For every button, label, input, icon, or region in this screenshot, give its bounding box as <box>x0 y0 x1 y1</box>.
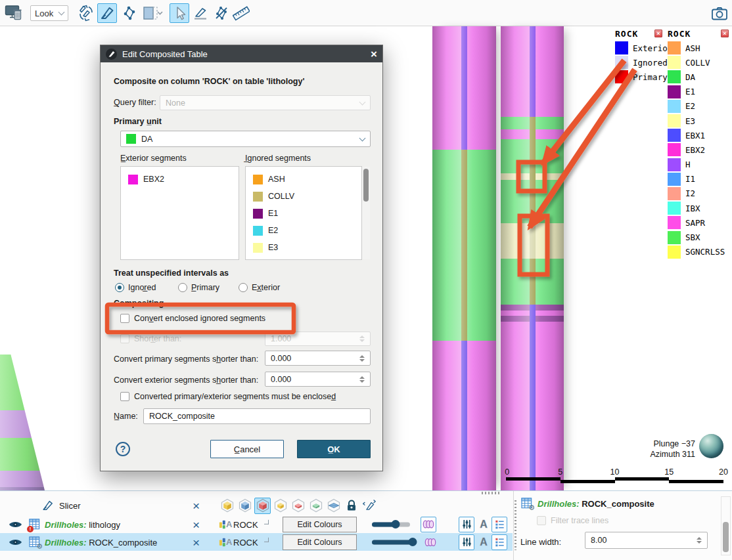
lock-slicer-icon[interactable] <box>343 498 359 514</box>
list-item[interactable]: E1 <box>246 205 361 222</box>
chevron-down-icon[interactable] <box>264 537 269 542</box>
look-dropdown[interactable]: Look <box>30 5 68 21</box>
remove-slicer-icon[interactable]: × <box>193 499 200 511</box>
legend-close-icon[interactable]: × <box>721 30 729 37</box>
ruler-tool[interactable] <box>231 3 251 23</box>
opacity-slider[interactable] <box>372 522 410 527</box>
slicer-tool[interactable] <box>97 3 117 23</box>
unit-swatch <box>128 175 138 184</box>
dialog-titlebar[interactable]: Edit Composited Table × <box>101 45 382 62</box>
move-slicer-icon[interactable] <box>361 498 377 514</box>
filter-trace-lines-checkbox: Filter trace lines <box>537 516 608 525</box>
convert-exterior-spinner[interactable]: 0.000 <box>265 372 371 387</box>
clear-scene-icon[interactable] <box>4 4 24 22</box>
radio-exterior-label: Ex̲terior <box>252 283 280 292</box>
radio-ignored[interactable]: Ignor̲ed <box>115 283 156 292</box>
drillhole-left[interactable] <box>432 26 496 490</box>
list-item[interactable]: COLLV <box>246 188 361 205</box>
panel-splitter-handle[interactable] <box>515 500 516 550</box>
select-tool[interactable] <box>170 3 189 23</box>
legend-items: ASH COLLV DA E1 <box>668 41 729 259</box>
slice-box-tool[interactable] <box>139 3 167 23</box>
interval-style-button[interactable] <box>423 537 438 547</box>
drillhole-cone[interactable] <box>0 355 45 490</box>
convert-enclosed-checkbox[interactable]: Conv̲ert enclosed ignored segments <box>120 314 265 323</box>
legend-label: SBX <box>685 232 700 242</box>
help-icon[interactable]: ? <box>116 442 130 456</box>
slice-mode-5-button[interactable] <box>290 498 306 514</box>
list-scrollbar[interactable] <box>362 167 370 259</box>
shape-row-slicer[interactable]: Slicer × <box>0 496 513 514</box>
list-item[interactable]: E2 <box>246 222 361 239</box>
shape-row-rock-composite[interactable]: ⚙ Drillholes: ROCK_composite × A ROCK Ed… <box>0 533 513 551</box>
radio-exterior[interactable]: Ex̲terior <box>239 283 280 292</box>
orientation-readout: Plunge −37 Azimuth 311 <box>611 439 695 460</box>
shorter-than-label: Short̲er than: <box>134 334 181 343</box>
visibility-eye-icon[interactable] <box>9 520 22 529</box>
properties-scrollbar[interactable] <box>721 496 731 555</box>
radio-primary[interactable]: P̲rimary <box>178 283 219 292</box>
draw-polyline-tool[interactable] <box>120 3 139 23</box>
compass-sphere[interactable] <box>699 434 723 458</box>
slider-knob[interactable] <box>391 520 400 528</box>
name-input[interactable]: ROCK_composite <box>143 408 371 424</box>
cancel-button[interactable]: C̲ancel <box>210 440 284 458</box>
slider-knob[interactable] <box>409 538 417 546</box>
legend-close-icon[interactable]: × <box>654 30 662 37</box>
convert-primary-label: Convert primary segments sh̲orter than: <box>114 355 258 364</box>
legend-toggle-button[interactable] <box>492 517 507 532</box>
dialog-close-icon[interactable]: × <box>371 49 377 60</box>
colour-column-value[interactable]: ROCK <box>233 519 258 529</box>
must-be-enclosed-checkbox[interactable]: Converted primary/exterior segments must… <box>120 392 336 401</box>
unit-label: E3 <box>268 243 278 252</box>
camera-icon[interactable] <box>710 4 729 22</box>
edit-colours-button[interactable]: Edit Colours <box>283 517 357 532</box>
legend-item: COLLV <box>668 55 729 70</box>
line-width-spinner[interactable]: 8.00 <box>585 532 708 549</box>
flatten-slicer-tool[interactable] <box>191 3 210 23</box>
convert-primary-value: 0.000 <box>271 354 291 363</box>
unit-label: COLLV <box>268 192 294 201</box>
panel-resize-handle[interactable] <box>482 492 500 494</box>
opacity-slider[interactable] <box>372 540 414 544</box>
rotate-slicer-tool[interactable] <box>76 3 96 23</box>
visibility-eye-icon[interactable] <box>9 538 22 547</box>
legend-swatch <box>668 216 681 229</box>
filter-sliders-button[interactable] <box>459 534 474 550</box>
list-item[interactable]: EBX2 <box>121 171 239 188</box>
convert-primary-spinner[interactable]: 0.000 <box>265 351 371 366</box>
colour-column-value[interactable]: ROCK <box>233 537 258 547</box>
legend-item: SAPR <box>668 215 729 230</box>
ok-button[interactable]: O̲K <box>297 440 371 458</box>
scrollbar-thumb[interactable] <box>723 522 729 552</box>
slice-infront-button[interactable] <box>237 498 253 514</box>
slice-plane-button[interactable] <box>325 498 342 514</box>
chevron-down-icon[interactable] <box>264 519 269 524</box>
edit-colours-button[interactable]: Edit Colours <box>283 534 357 550</box>
interval-style-button[interactable] <box>421 517 436 532</box>
remove-shape-icon[interactable]: × <box>193 536 200 548</box>
legend-toggle-button[interactable] <box>492 534 507 550</box>
list-item[interactable]: ASH <box>246 171 361 188</box>
remove-shape-icon[interactable]: × <box>193 518 200 530</box>
text-labels-button[interactable]: A <box>477 536 490 548</box>
unit-label: EBX2 <box>143 175 164 184</box>
text-labels-button[interactable]: A <box>477 519 490 530</box>
primary-unit-dropdown[interactable]: DA <box>120 131 371 147</box>
list-item[interactable]: E3 <box>246 239 361 256</box>
shape-row-lithology[interactable]: ! Drillholes: lithology × A ROCK Edit Co… <box>0 515 513 533</box>
slice-thick-button[interactable] <box>254 498 271 514</box>
exterior-segments-list[interactable]: EBX2 <box>120 166 239 260</box>
drillhole-right[interactable] <box>501 26 564 490</box>
slice-mode-4-button[interactable] <box>272 498 288 514</box>
scrollbar-thumb[interactable] <box>363 169 369 202</box>
filter-sliders-button[interactable] <box>459 517 474 532</box>
ignored-segments-list[interactable]: ASH COLLV E1 E2 <box>245 166 362 260</box>
slice-mode-6-button[interactable] <box>308 498 324 514</box>
scale-tick: 5 <box>558 467 562 477</box>
scale-bar: 05101520 <box>506 467 723 482</box>
no-polyline-tool[interactable] <box>212 3 231 23</box>
slice-behind-button[interactable] <box>219 498 235 514</box>
checkbox-box <box>537 516 546 525</box>
line-width-value: 8.00 <box>591 536 606 545</box>
